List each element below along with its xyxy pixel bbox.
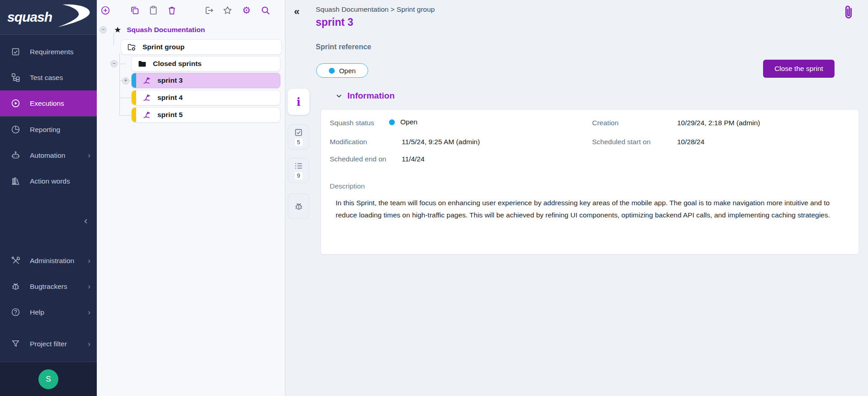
- tree-node-label: Closed sprints: [153, 60, 202, 68]
- tree-root-label: Squash Documentation: [127, 26, 205, 34]
- sidebar-nav: Requirements Test cases Executions Repor…: [0, 35, 97, 194]
- breadcrumb[interactable]: Squash Documentation > Sprint group: [316, 5, 435, 14]
- tree-node-closed-sprints[interactable]: Closed sprints: [131, 56, 280, 71]
- sidebar-item-executions[interactable]: Executions: [0, 90, 97, 116]
- sprint-group-icon: [127, 42, 136, 52]
- chevron-right-icon: ›: [88, 283, 90, 290]
- chevron-right-icon: ›: [88, 308, 90, 316]
- main-content: « Squash Documentation > Sprint group sp…: [286, 0, 868, 396]
- field-label: Modification: [330, 138, 367, 146]
- sprint-icon: [142, 110, 151, 119]
- sprint-color-bar: [132, 108, 136, 122]
- sidebar-collapse-icon[interactable]: ‹: [84, 216, 87, 226]
- bug-icon: [294, 202, 304, 211]
- tree-collapse-button[interactable]: −: [100, 26, 107, 33]
- logo-text: squash: [7, 9, 52, 25]
- status-dot-icon: [389, 119, 395, 125]
- add-icon[interactable]: [100, 5, 110, 15]
- copy-icon[interactable]: [130, 5, 140, 15]
- squash-logo[interactable]: squash: [0, 0, 97, 35]
- sidebar-item-label: Reporting: [30, 126, 90, 134]
- tree-connector: [119, 64, 126, 64]
- tree-node-sprint-3[interactable]: sprint 3: [131, 73, 280, 88]
- sidebar-item-label: Test cases: [30, 74, 90, 82]
- paste-icon[interactable]: [148, 5, 158, 15]
- automation-icon: [11, 151, 20, 160]
- sprint-icon: [142, 76, 151, 85]
- administration-icon: [11, 256, 20, 265]
- collapse-tree-icon[interactable]: «: [294, 6, 299, 18]
- settings-icon[interactable]: ⚙: [241, 5, 252, 15]
- sidebar-item-help[interactable]: Help ›: [0, 299, 97, 325]
- tree-node-label: sprint 4: [157, 94, 183, 102]
- project-filter-icon: [11, 339, 20, 349]
- sidebar-item-requirements[interactable]: Requirements: [0, 39, 97, 65]
- tree-panel: ⚙ − ★ Squash Documentation − Sprint grou…: [97, 0, 285, 396]
- sidebar-item-label: Bugtrackers: [30, 283, 88, 291]
- tab-badge: 5: [295, 138, 303, 146]
- executions-icon: [11, 99, 20, 108]
- sprint-color-bar: [132, 90, 136, 105]
- requirements-icon: [11, 47, 20, 57]
- bugtrackers-icon: [11, 282, 20, 291]
- checkbox-icon: [294, 128, 303, 137]
- sidebar-item-action-words[interactable]: Action words: [0, 168, 97, 194]
- description-text[interactable]: In this Sprint, the team will focus on e…: [336, 197, 837, 221]
- section-subtitle: Sprint reference: [316, 43, 371, 51]
- folder-icon: [138, 59, 147, 68]
- tree-root-project[interactable]: ★ Squash Documentation: [114, 25, 205, 35]
- sidebar: squash Requirements Test cases Execution…: [0, 0, 97, 396]
- tree-node-sprint-group[interactable]: Sprint group: [121, 39, 282, 55]
- tab-badge: 9: [295, 172, 303, 179]
- field-value: 10/29/24, 2:18 PM (admin): [677, 119, 760, 127]
- sidebar-bottom-nav: Administration › Bugtrackers › Help › Pr…: [0, 248, 97, 357]
- sidebar-item-reporting[interactable]: Reporting: [0, 117, 97, 142]
- sidebar-item-test-cases[interactable]: Test cases: [0, 65, 97, 90]
- test-cases-icon: [11, 73, 20, 82]
- information-section-header[interactable]: Information: [335, 91, 395, 101]
- favorite-icon[interactable]: [223, 5, 232, 15]
- close-sprint-button[interactable]: Close the sprint: [763, 60, 835, 78]
- field-value: 11/5/24, 9:25 AM (admin): [402, 138, 480, 146]
- tree-node-label: sprint 3: [157, 76, 183, 85]
- page-title: sprint 3: [316, 16, 353, 28]
- star-icon: ★: [114, 25, 121, 35]
- tree-node-label: sprint 5: [157, 111, 183, 119]
- tree-node-label: Sprint group: [142, 43, 185, 51]
- tree-node-sprint-5[interactable]: sprint 5: [131, 107, 280, 123]
- tree-collapse-button[interactable]: −: [110, 60, 118, 67]
- help-icon: [11, 307, 20, 317]
- search-icon[interactable]: [261, 5, 270, 15]
- reporting-icon: [11, 125, 20, 134]
- status-dot-icon: [329, 68, 335, 74]
- field-value: Open: [389, 118, 417, 126]
- status-label: Open: [339, 67, 356, 75]
- sidebar-item-bugtrackers[interactable]: Bugtrackers ›: [0, 273, 97, 299]
- sidebar-footer: S: [0, 362, 97, 396]
- tree-node-sprint-4[interactable]: sprint 4: [131, 90, 280, 105]
- export-icon[interactable]: [204, 5, 214, 15]
- tree-connector: [119, 98, 131, 98]
- sidebar-item-label: Administration: [30, 257, 88, 265]
- field-label: Squash status: [330, 119, 374, 127]
- delete-icon[interactable]: [167, 5, 177, 15]
- tree-expand-button[interactable]: +: [122, 77, 129, 85]
- chevron-right-icon: ›: [88, 257, 90, 264]
- tab-issues[interactable]: [288, 193, 309, 219]
- tab-execution-list[interactable]: 9: [288, 158, 309, 183]
- tab-test-plan[interactable]: 5: [288, 124, 309, 150]
- sidebar-item-automation[interactable]: Automation ›: [0, 142, 97, 168]
- action-words-icon: [11, 176, 20, 186]
- field-label: Scheduled start on: [592, 138, 650, 146]
- status-badge[interactable]: Open: [316, 63, 368, 78]
- sidebar-item-label: Automation: [30, 151, 88, 160]
- attachment-icon[interactable]: [842, 4, 855, 21]
- field-label: Scheduled end on: [330, 155, 386, 163]
- user-avatar[interactable]: S: [38, 369, 58, 389]
- sprint-color-bar: [132, 73, 136, 88]
- sidebar-item-administration[interactable]: Administration ›: [0, 248, 97, 273]
- tab-information[interactable]: i: [288, 89, 309, 115]
- field-value: 11/4/24: [402, 155, 425, 163]
- sidebar-item-project-filter[interactable]: Project filter ›: [0, 331, 97, 357]
- sprint-icon: [142, 93, 151, 102]
